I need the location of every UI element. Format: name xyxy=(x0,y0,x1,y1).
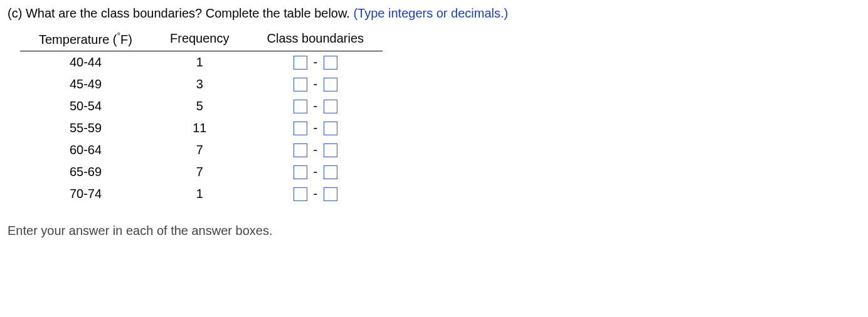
header-class-boundaries: Class boundaries xyxy=(248,28,383,51)
table-row: 40-44 1 - xyxy=(20,51,383,73)
boundary-lower-input[interactable] xyxy=(294,165,307,179)
part-label: (c) xyxy=(8,6,22,20)
cell-range: 70-74 xyxy=(20,183,151,205)
cell-boundary: - xyxy=(248,117,383,139)
boundary-lower-input[interactable] xyxy=(294,187,307,201)
footer-instruction: Enter your answer in each of the answer … xyxy=(8,224,860,238)
header-temperature: Temperature (°F) xyxy=(20,28,151,51)
table-row: 60-64 7 - xyxy=(20,139,383,161)
cell-frequency: 1 xyxy=(151,183,248,205)
cell-boundary: - xyxy=(248,95,383,117)
cell-range: 45-49 xyxy=(20,73,151,95)
question-hint: (Type integers or decimals.) xyxy=(353,6,508,20)
cell-boundary: - xyxy=(248,73,383,95)
boundary-separator: - xyxy=(313,99,317,113)
cell-boundary: - xyxy=(248,51,383,73)
cell-frequency: 11 xyxy=(151,117,248,139)
cell-boundary: - xyxy=(248,183,383,205)
cell-range: 55-59 xyxy=(20,117,151,139)
table-row: 45-49 3 - xyxy=(20,73,383,95)
boundary-lower-input[interactable] xyxy=(294,143,307,157)
table-row: 65-69 7 - xyxy=(20,161,383,183)
cell-frequency: 7 xyxy=(151,161,248,183)
frequency-table: Temperature (°F) Frequency Class boundar… xyxy=(20,28,383,205)
cell-range: 50-54 xyxy=(20,95,151,117)
header-frequency: Frequency xyxy=(151,28,248,51)
boundary-separator: - xyxy=(313,55,317,70)
cell-frequency: 1 xyxy=(151,51,248,73)
cell-boundary: - xyxy=(248,161,383,183)
boundary-upper-input[interactable] xyxy=(324,165,337,179)
boundary-lower-input[interactable] xyxy=(294,78,307,91)
boundary-separator: - xyxy=(313,187,317,201)
question-text: What are the class boundaries? Complete … xyxy=(26,6,350,20)
header-temperature-unit: F) xyxy=(120,33,132,46)
table-row: 55-59 11 - xyxy=(20,117,383,139)
cell-frequency: 7 xyxy=(151,139,248,161)
boundary-lower-input[interactable] xyxy=(294,100,307,113)
cell-range: 65-69 xyxy=(20,161,151,183)
cell-boundary: - xyxy=(248,139,383,161)
boundary-separator: - xyxy=(313,165,317,179)
boundary-separator: - xyxy=(313,77,317,91)
cell-frequency: 5 xyxy=(151,95,248,117)
boundary-upper-input[interactable] xyxy=(324,122,337,135)
cell-range: 40-44 xyxy=(20,51,151,73)
boundary-lower-input[interactable] xyxy=(294,56,307,70)
cell-range: 60-64 xyxy=(20,139,151,161)
boundary-separator: - xyxy=(313,143,317,157)
boundary-upper-input[interactable] xyxy=(324,100,337,113)
boundary-upper-input[interactable] xyxy=(324,187,337,201)
boundary-upper-input[interactable] xyxy=(324,56,337,70)
boundary-separator: - xyxy=(313,121,317,135)
boundary-upper-input[interactable] xyxy=(324,78,337,91)
header-temperature-label: Temperature ( xyxy=(39,33,117,46)
boundary-lower-input[interactable] xyxy=(294,122,307,135)
table-row: 70-74 1 - xyxy=(20,183,383,205)
boundary-upper-input[interactable] xyxy=(324,143,337,157)
cell-frequency: 3 xyxy=(151,73,248,95)
table-row: 50-54 5 - xyxy=(20,95,383,117)
question-prompt: (c) What are the class boundaries? Compl… xyxy=(8,6,860,21)
